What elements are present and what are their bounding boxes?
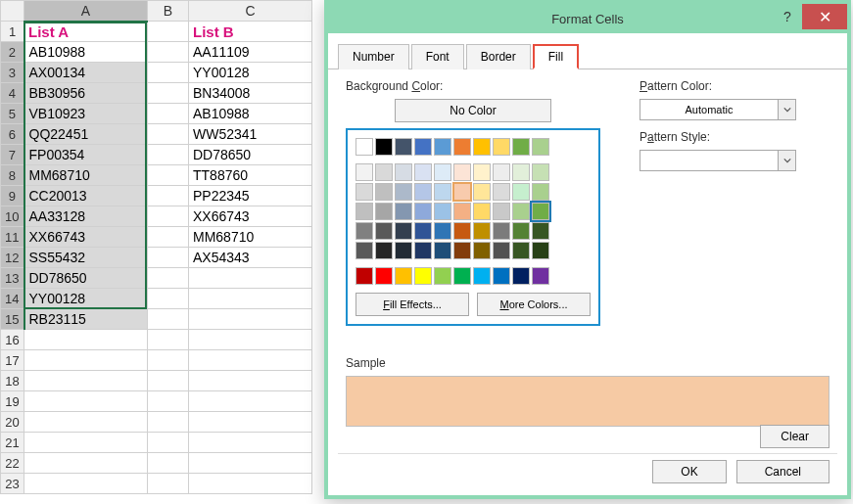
color-swatch[interactable] <box>473 267 491 285</box>
row-header[interactable]: 18 <box>1 371 24 391</box>
cell[interactable] <box>148 124 189 145</box>
cell[interactable]: SS55432 <box>24 248 148 268</box>
pattern-color-combo[interactable]: Automatic <box>640 99 796 120</box>
color-swatch[interactable] <box>532 183 549 201</box>
color-swatch[interactable] <box>355 267 373 285</box>
cell[interactable] <box>148 22 189 42</box>
row-header[interactable]: 5 <box>1 104 24 124</box>
select-all-corner[interactable] <box>1 1 24 22</box>
color-swatch[interactable] <box>512 183 530 201</box>
cell[interactable] <box>148 83 189 104</box>
cell[interactable]: MM68710 <box>189 227 312 248</box>
color-swatch[interactable] <box>453 242 471 259</box>
row-header[interactable]: 13 <box>1 268 24 289</box>
row-header[interactable]: 12 <box>1 248 24 268</box>
color-swatch[interactable] <box>453 138 471 156</box>
col-header-b[interactable]: B <box>148 1 189 22</box>
color-swatch[interactable] <box>414 138 432 156</box>
color-swatch[interactable] <box>473 138 491 156</box>
color-swatch[interactable] <box>395 163 412 181</box>
row-header[interactable]: 10 <box>1 206 24 227</box>
cell[interactable]: AA11109 <box>189 42 312 63</box>
cell[interactable]: WW52341 <box>189 124 312 145</box>
color-swatch[interactable] <box>453 183 471 201</box>
tab-fill[interactable]: Fill <box>533 44 579 69</box>
color-swatch[interactable] <box>532 242 549 259</box>
color-swatch[interactable] <box>375 138 393 156</box>
cell[interactable]: AX00134 <box>24 63 148 83</box>
color-swatch[interactable] <box>434 242 451 259</box>
cell[interactable] <box>189 453 312 474</box>
color-swatch[interactable] <box>355 138 373 156</box>
cell[interactable]: BB30956 <box>24 83 148 104</box>
color-swatch[interactable] <box>414 222 432 240</box>
color-swatch[interactable] <box>355 163 373 181</box>
cell[interactable] <box>148 248 189 268</box>
color-swatch[interactable] <box>375 183 393 201</box>
cell[interactable] <box>189 330 312 350</box>
color-swatch[interactable] <box>434 267 451 285</box>
color-swatch[interactable] <box>493 163 510 181</box>
cell[interactable] <box>148 474 189 494</box>
row-header[interactable]: 7 <box>1 145 24 165</box>
cell[interactable] <box>189 433 312 453</box>
row-header[interactable]: 1 <box>1 22 24 42</box>
cell[interactable] <box>148 350 189 371</box>
color-swatch[interactable] <box>512 138 530 156</box>
cell[interactable]: YY00128 <box>24 289 148 309</box>
color-swatch[interactable] <box>473 203 491 220</box>
cell[interactable] <box>148 371 189 391</box>
color-swatch[interactable] <box>414 183 432 201</box>
cell[interactable]: YY00128 <box>189 63 312 83</box>
color-swatch[interactable] <box>355 183 373 201</box>
cell[interactable] <box>148 289 189 309</box>
row-header[interactable]: 20 <box>1 412 24 433</box>
row-header[interactable]: 23 <box>1 474 24 494</box>
cell[interactable] <box>148 104 189 124</box>
cell[interactable] <box>24 433 148 453</box>
color-swatch[interactable] <box>395 203 412 220</box>
color-swatch[interactable] <box>355 242 373 259</box>
cell[interactable]: RB23115 <box>24 309 148 330</box>
row-header[interactable]: 9 <box>1 186 24 206</box>
color-swatch[interactable] <box>395 267 412 285</box>
cell[interactable]: FP00354 <box>24 145 148 165</box>
color-swatch[interactable] <box>434 222 451 240</box>
cell[interactable] <box>24 412 148 433</box>
color-swatch[interactable] <box>355 222 373 240</box>
cell[interactable]: PP22345 <box>189 186 312 206</box>
row-header[interactable]: 8 <box>1 165 24 186</box>
color-swatch[interactable] <box>414 267 432 285</box>
color-swatch[interactable] <box>395 138 412 156</box>
color-swatch[interactable] <box>414 203 432 220</box>
cell[interactable] <box>189 371 312 391</box>
color-swatch[interactable] <box>532 138 549 156</box>
color-swatch[interactable] <box>493 222 510 240</box>
spreadsheet[interactable]: A B C 1 List A List B 2AB10988AA111093AX… <box>0 0 328 494</box>
color-swatch[interactable] <box>453 222 471 240</box>
cell[interactable] <box>189 309 312 330</box>
color-swatch[interactable] <box>532 203 549 220</box>
cell[interactable]: AB10988 <box>189 104 312 124</box>
row-header[interactable]: 14 <box>1 289 24 309</box>
cell[interactable] <box>24 453 148 474</box>
cell[interactable]: DD78650 <box>189 145 312 165</box>
cell[interactable] <box>189 391 312 412</box>
cell[interactable] <box>148 165 189 186</box>
cell[interactable] <box>148 433 189 453</box>
close-button[interactable]: ✕ <box>802 4 847 29</box>
cell[interactable] <box>148 206 189 227</box>
row-header[interactable]: 6 <box>1 124 24 145</box>
color-swatch[interactable] <box>434 203 451 220</box>
color-swatch[interactable] <box>532 267 549 285</box>
cell[interactable]: MM68710 <box>24 165 148 186</box>
color-swatch[interactable] <box>395 242 412 259</box>
no-color-button[interactable]: No Color <box>395 99 551 122</box>
color-swatch[interactable] <box>395 183 412 201</box>
cell[interactable] <box>148 186 189 206</box>
cell[interactable] <box>24 391 148 412</box>
color-swatch[interactable] <box>493 203 510 220</box>
tab-number[interactable]: Number <box>338 44 409 69</box>
color-swatch[interactable] <box>453 267 471 285</box>
color-swatch[interactable] <box>434 163 451 181</box>
